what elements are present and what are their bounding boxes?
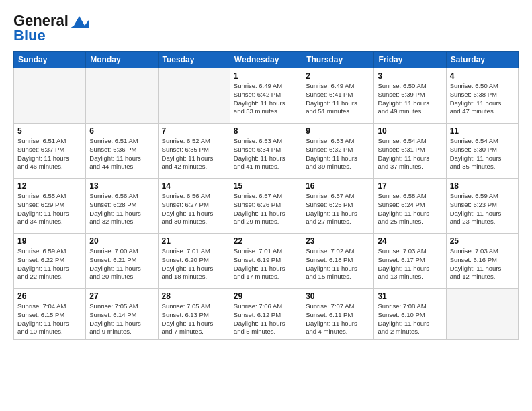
day-number: 28	[162, 291, 226, 301]
calendar-cell: 24Sunrise: 7:03 AM Sunset: 6:17 PM Dayli…	[374, 234, 446, 289]
calendar-cell	[86, 68, 158, 124]
calendar-cell: 27Sunrise: 7:05 AM Sunset: 6:14 PM Dayli…	[86, 289, 158, 340]
calendar-cell: 28Sunrise: 7:05 AM Sunset: 6:13 PM Dayli…	[158, 289, 230, 340]
week-row-4: 19Sunrise: 6:59 AM Sunset: 6:22 PM Dayli…	[14, 234, 519, 289]
calendar-cell: 15Sunrise: 6:57 AM Sunset: 6:26 PM Dayli…	[230, 179, 302, 234]
day-number: 22	[234, 236, 298, 246]
day-info: Sunrise: 7:03 AM Sunset: 6:17 PM Dayligh…	[378, 247, 442, 281]
day-info: Sunrise: 6:58 AM Sunset: 6:24 PM Dayligh…	[378, 192, 442, 226]
calendar-cell: 12Sunrise: 6:55 AM Sunset: 6:29 PM Dayli…	[14, 179, 86, 234]
calendar-cell: 31Sunrise: 7:08 AM Sunset: 6:10 PM Dayli…	[374, 289, 446, 340]
day-number: 27	[89, 291, 154, 301]
calendar-cell: 19Sunrise: 6:59 AM Sunset: 6:22 PM Dayli…	[14, 234, 86, 289]
week-row-1: 1Sunrise: 6:49 AM Sunset: 6:42 PM Daylig…	[14, 68, 519, 124]
day-number: 8	[234, 126, 298, 136]
day-number: 3	[378, 71, 442, 81]
day-number: 13	[89, 181, 154, 191]
week-row-3: 12Sunrise: 6:55 AM Sunset: 6:29 PM Dayli…	[14, 179, 519, 234]
day-number: 6	[89, 126, 154, 136]
col-header-wednesday: Wednesday	[230, 52, 302, 68]
calendar-cell: 9Sunrise: 6:53 AM Sunset: 6:32 PM Daylig…	[302, 124, 374, 179]
col-header-saturday: Saturday	[446, 52, 518, 68]
col-header-thursday: Thursday	[302, 52, 374, 68]
day-number: 17	[378, 181, 442, 191]
logo-blue: Blue	[13, 27, 46, 44]
calendar-cell	[14, 68, 86, 124]
day-info: Sunrise: 7:00 AM Sunset: 6:21 PM Dayligh…	[89, 247, 154, 281]
day-number: 20	[89, 236, 154, 246]
day-number: 11	[450, 126, 515, 136]
calendar-cell: 14Sunrise: 6:56 AM Sunset: 6:27 PM Dayli…	[158, 179, 230, 234]
calendar-cell: 22Sunrise: 7:01 AM Sunset: 6:19 PM Dayli…	[230, 234, 302, 289]
day-info: Sunrise: 6:51 AM Sunset: 6:37 PM Dayligh…	[17, 137, 82, 171]
day-number: 14	[162, 181, 226, 191]
day-number: 7	[162, 126, 226, 136]
day-number: 21	[162, 236, 226, 246]
day-info: Sunrise: 6:59 AM Sunset: 6:23 PM Dayligh…	[450, 192, 515, 226]
calendar-cell: 25Sunrise: 7:03 AM Sunset: 6:16 PM Dayli…	[446, 234, 518, 289]
day-info: Sunrise: 6:54 AM Sunset: 6:31 PM Dayligh…	[378, 137, 442, 171]
day-number: 24	[378, 236, 442, 246]
calendar-cell	[158, 68, 230, 124]
day-info: Sunrise: 7:07 AM Sunset: 6:11 PM Dayligh…	[306, 302, 370, 336]
calendar-cell: 5Sunrise: 6:51 AM Sunset: 6:37 PM Daylig…	[14, 124, 86, 179]
day-info: Sunrise: 6:57 AM Sunset: 6:25 PM Dayligh…	[306, 192, 370, 226]
calendar-cell: 7Sunrise: 6:52 AM Sunset: 6:35 PM Daylig…	[158, 124, 230, 179]
calendar-cell: 1Sunrise: 6:49 AM Sunset: 6:42 PM Daylig…	[230, 68, 302, 124]
day-info: Sunrise: 6:52 AM Sunset: 6:35 PM Dayligh…	[162, 137, 226, 171]
day-number: 18	[450, 181, 515, 191]
day-info: Sunrise: 7:03 AM Sunset: 6:16 PM Dayligh…	[450, 247, 515, 281]
calendar-cell: 11Sunrise: 6:54 AM Sunset: 6:30 PM Dayli…	[446, 124, 518, 179]
day-info: Sunrise: 6:50 AM Sunset: 6:38 PM Dayligh…	[450, 82, 515, 116]
calendar-table: SundayMondayTuesdayWednesdayThursdayFrid…	[13, 51, 519, 340]
day-info: Sunrise: 6:51 AM Sunset: 6:36 PM Dayligh…	[89, 137, 154, 171]
day-number: 10	[378, 126, 442, 136]
day-number: 25	[450, 236, 515, 246]
calendar-cell: 6Sunrise: 6:51 AM Sunset: 6:36 PM Daylig…	[86, 124, 158, 179]
day-info: Sunrise: 7:06 AM Sunset: 6:12 PM Dayligh…	[234, 302, 298, 336]
svg-marker-0	[70, 16, 89, 28]
page: General Blue SundayMondayTuesdayWednesda…	[0, 0, 532, 411]
calendar-cell: 18Sunrise: 6:59 AM Sunset: 6:23 PM Dayli…	[446, 179, 518, 234]
day-info: Sunrise: 7:05 AM Sunset: 6:13 PM Dayligh…	[162, 302, 226, 336]
calendar-cell: 20Sunrise: 7:00 AM Sunset: 6:21 PM Dayli…	[86, 234, 158, 289]
day-info: Sunrise: 7:05 AM Sunset: 6:14 PM Dayligh…	[89, 302, 154, 336]
day-info: Sunrise: 7:01 AM Sunset: 6:19 PM Dayligh…	[234, 247, 298, 281]
day-number: 31	[378, 291, 442, 301]
calendar-cell: 21Sunrise: 7:01 AM Sunset: 6:20 PM Dayli…	[158, 234, 230, 289]
day-number: 2	[306, 71, 370, 81]
calendar-cell: 4Sunrise: 6:50 AM Sunset: 6:38 PM Daylig…	[446, 68, 518, 124]
calendar-cell: 30Sunrise: 7:07 AM Sunset: 6:11 PM Dayli…	[302, 289, 374, 340]
logo: General Blue	[13, 12, 89, 44]
col-header-tuesday: Tuesday	[158, 52, 230, 68]
day-info: Sunrise: 7:01 AM Sunset: 6:20 PM Dayligh…	[162, 247, 226, 281]
calendar-cell: 2Sunrise: 6:49 AM Sunset: 6:41 PM Daylig…	[302, 68, 374, 124]
day-number: 15	[234, 181, 298, 191]
calendar-cell: 17Sunrise: 6:58 AM Sunset: 6:24 PM Dayli…	[374, 179, 446, 234]
day-number: 12	[17, 181, 82, 191]
day-info: Sunrise: 6:49 AM Sunset: 6:42 PM Dayligh…	[234, 82, 298, 116]
day-info: Sunrise: 6:56 AM Sunset: 6:27 PM Dayligh…	[162, 192, 226, 226]
calendar-cell: 3Sunrise: 6:50 AM Sunset: 6:39 PM Daylig…	[374, 68, 446, 124]
day-info: Sunrise: 6:56 AM Sunset: 6:28 PM Dayligh…	[89, 192, 154, 226]
day-info: Sunrise: 6:53 AM Sunset: 6:34 PM Dayligh…	[234, 137, 298, 171]
day-info: Sunrise: 6:54 AM Sunset: 6:30 PM Dayligh…	[450, 137, 515, 171]
calendar-cell: 13Sunrise: 6:56 AM Sunset: 6:28 PM Dayli…	[86, 179, 158, 234]
day-number: 5	[17, 126, 82, 136]
header: General Blue	[13, 12, 519, 44]
calendar-cell	[446, 289, 518, 340]
week-row-2: 5Sunrise: 6:51 AM Sunset: 6:37 PM Daylig…	[14, 124, 519, 179]
calendar-cell: 10Sunrise: 6:54 AM Sunset: 6:31 PM Dayli…	[374, 124, 446, 179]
day-number: 23	[306, 236, 370, 246]
day-number: 9	[306, 126, 370, 136]
header-row: SundayMondayTuesdayWednesdayThursdayFrid…	[14, 52, 519, 68]
day-info: Sunrise: 7:04 AM Sunset: 6:15 PM Dayligh…	[17, 302, 82, 336]
day-info: Sunrise: 6:49 AM Sunset: 6:41 PM Dayligh…	[306, 82, 370, 116]
col-header-sunday: Sunday	[14, 52, 86, 68]
col-header-monday: Monday	[86, 52, 158, 68]
day-number: 19	[17, 236, 82, 246]
day-info: Sunrise: 6:55 AM Sunset: 6:29 PM Dayligh…	[17, 192, 82, 226]
col-header-friday: Friday	[374, 52, 446, 68]
day-info: Sunrise: 6:53 AM Sunset: 6:32 PM Dayligh…	[306, 137, 370, 171]
logo-icon	[70, 13, 89, 28]
